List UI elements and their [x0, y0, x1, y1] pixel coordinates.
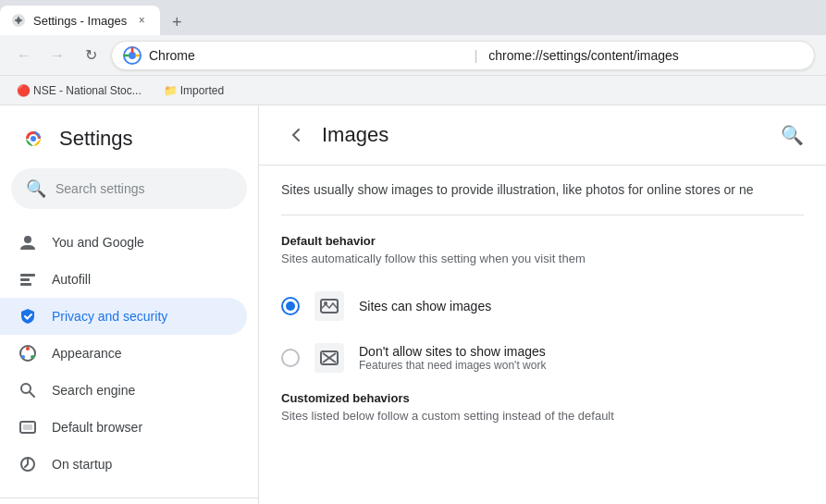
- search-input[interactable]: Search settings: [55, 181, 145, 196]
- chrome-icon: [123, 46, 142, 65]
- images-body: Sites usually show images to provide ill…: [259, 166, 826, 423]
- sidebar-item-default-browser[interactable]: Default browser: [0, 409, 247, 446]
- settings-title: Settings: [59, 127, 133, 151]
- tab-bar: Settings - Images × +: [0, 0, 826, 35]
- block-images-sublabel: Features that need images won't work: [359, 359, 546, 372]
- sidebar-item-privacy-and-security[interactable]: Privacy and security: [0, 298, 247, 335]
- allow-images-option[interactable]: Sites can show images: [281, 280, 804, 332]
- sidebar-item-privacy-security-label: Privacy and security: [52, 309, 167, 324]
- appearance-icon: [18, 344, 37, 363]
- images-description: Sites usually show images to provide ill…: [281, 166, 804, 215]
- block-images-text: Don't allow sites to show images Feature…: [359, 344, 546, 372]
- refresh-button[interactable]: ↻: [78, 43, 104, 68]
- sidebar-item-you-and-google-label: You and Google: [52, 235, 144, 250]
- sidebar-item-search-engine[interactable]: Search engine: [0, 372, 247, 409]
- settings-search-bar[interactable]: 🔍 Search settings: [11, 168, 247, 209]
- page-content: Settings 🔍 Search settings You and Googl…: [0, 105, 826, 504]
- search-icon: 🔍: [26, 178, 46, 199]
- svg-point-7: [24, 236, 31, 243]
- sidebar-item-on-startup-label: On startup: [52, 457, 112, 472]
- active-tab[interactable]: Settings - Images ×: [0, 6, 160, 35]
- images-search-icon[interactable]: 🔍: [781, 124, 804, 146]
- sidebar-item-autofill-label: Autofill: [52, 272, 91, 287]
- google-logo: [18, 124, 48, 154]
- svg-point-19: [27, 458, 30, 461]
- images-header: Images 🔍: [259, 105, 826, 166]
- tab-favicon: [11, 13, 26, 28]
- allow-images-icon: [314, 291, 344, 321]
- address-divider: |: [475, 48, 478, 63]
- sidebar-item-on-startup[interactable]: On startup: [0, 446, 247, 483]
- allow-images-radio[interactable]: [281, 297, 300, 315]
- bookmark-nse-favicon: 🔴: [17, 84, 30, 97]
- svg-point-22: [324, 301, 327, 305]
- customized-behaviors-section: Customized behaviors Sites listed below …: [281, 384, 804, 423]
- forward-button[interactable]: →: [44, 43, 70, 68]
- browser-frame: Settings - Images × + ← → ↻ Chrome | chr…: [0, 0, 826, 504]
- svg-point-13: [31, 355, 34, 359]
- tab-title: Settings - Images: [33, 14, 127, 28]
- svg-rect-9: [20, 278, 30, 281]
- privacy-security-icon: [18, 307, 37, 326]
- sidebar-item-default-browser-label: Default browser: [52, 420, 142, 435]
- sidebar-item-search-engine-label: Search engine: [52, 383, 135, 398]
- bookmark-nse[interactable]: 🔴 NSE - National Stoc...: [11, 82, 147, 99]
- tab-close-button[interactable]: ×: [134, 13, 149, 28]
- autofill-icon: [18, 270, 37, 289]
- you-and-google-icon: [18, 233, 37, 252]
- customized-behaviors-subtitle: Sites listed below follow a custom setti…: [281, 409, 804, 423]
- bookmark-nse-label: NSE - National Stoc...: [33, 84, 142, 97]
- block-images-label: Don't allow sites to show images: [359, 344, 546, 359]
- svg-point-12: [26, 347, 30, 350]
- images-back-button[interactable]: [281, 120, 311, 150]
- search-engine-icon: [18, 381, 37, 400]
- allow-images-label: Sites can show images: [359, 299, 491, 313]
- bookmark-imported-label: Imported: [180, 84, 224, 97]
- toolbar: ← → ↻ Chrome | chrome://settings/content…: [0, 35, 826, 76]
- default-browser-icon: [18, 418, 37, 436]
- nav-section-main: You and Google Autofill Privacy and secu…: [0, 216, 258, 490]
- settings-main: Images 🔍 Sites usually show images to pr…: [259, 105, 826, 504]
- default-behavior-title: Default behavior: [281, 215, 804, 252]
- bookmark-imported-favicon: 📁: [164, 84, 177, 97]
- address-url: chrome://settings/content/images: [488, 48, 803, 63]
- svg-rect-17: [23, 424, 32, 430]
- sidebar-item-appearance[interactable]: Appearance: [0, 335, 247, 372]
- svg-point-6: [31, 136, 36, 141]
- bookmark-imported[interactable]: 📁 Imported: [158, 82, 229, 99]
- on-startup-icon: [18, 455, 37, 473]
- settings-sidebar: Settings 🔍 Search settings You and Googl…: [0, 105, 259, 504]
- block-images-radio[interactable]: [281, 349, 300, 367]
- sidebar-item-autofill[interactable]: Autofill: [0, 261, 247, 298]
- sidebar-item-appearance-label: Appearance: [52, 346, 122, 361]
- address-site-label: Chrome: [149, 48, 463, 63]
- block-images-icon: [314, 343, 344, 373]
- sidebar-item-you-and-google[interactable]: You and Google: [0, 224, 247, 261]
- new-tab-button[interactable]: +: [164, 9, 190, 35]
- address-bar[interactable]: Chrome | chrome://settings/content/image…: [111, 41, 815, 70]
- back-button[interactable]: ←: [11, 43, 37, 68]
- svg-point-3: [129, 52, 136, 59]
- svg-rect-8: [20, 274, 35, 277]
- svg-point-1: [17, 18, 21, 23]
- nav-divider: [0, 498, 258, 498]
- settings-header: Settings: [0, 105, 258, 168]
- default-behavior-subtitle: Sites automatically follow this setting …: [281, 252, 804, 280]
- svg-point-14: [21, 355, 25, 359]
- customized-behaviors-title: Customized behaviors: [281, 391, 804, 409]
- images-page-title: Images: [322, 123, 770, 147]
- block-images-option[interactable]: Don't allow sites to show images Feature…: [281, 332, 804, 384]
- svg-rect-10: [20, 283, 31, 286]
- allow-images-text: Sites can show images: [359, 299, 491, 313]
- bookmarks-bar: 🔴 NSE - National Stoc... 📁 Imported: [0, 76, 826, 105]
